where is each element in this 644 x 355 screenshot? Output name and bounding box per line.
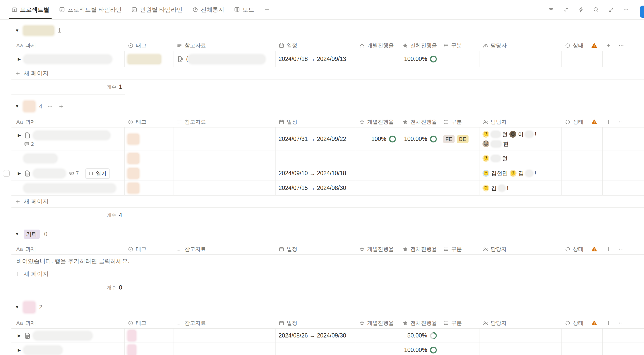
cell-status[interactable]: [562, 181, 588, 195]
cell-assignee[interactable]: 🤔현🐵이!🐱현: [479, 127, 562, 151]
column-header-status[interactable]: 상태: [562, 318, 588, 328]
search-button[interactable]: [593, 6, 599, 13]
cell-overall_progress[interactable]: 100.00%: [399, 127, 440, 151]
cell-status[interactable]: [562, 127, 588, 151]
tab-전체통계[interactable]: 전체통계: [192, 0, 224, 19]
more-button[interactable]: [623, 6, 629, 13]
column-header-tag[interactable]: 태그: [125, 244, 173, 254]
column-header-category[interactable]: 구분: [440, 40, 479, 51]
cell-warning[interactable]: [588, 51, 603, 67]
empty-group-message[interactable]: 비어있습니다. 행을 추가하려면 클릭하세요.: [11, 255, 644, 268]
comment-count[interactable]: 7: [69, 170, 79, 176]
cell-assignee[interactable]: 🤔김!: [479, 181, 562, 195]
column-header-reference[interactable]: 참고자료: [173, 318, 276, 328]
cell-tag[interactable]: [125, 127, 173, 151]
column-header-add[interactable]: [603, 117, 644, 127]
column-header-task[interactable]: Aa과제: [11, 318, 125, 328]
group-collapse-toggle[interactable]: ▼: [15, 232, 19, 237]
column-header-task[interactable]: Aa과제: [11, 244, 125, 254]
cell-schedule[interactable]: 2024/07/18 → 2024/09/13: [276, 51, 356, 67]
count-calc-row[interactable]: 개수4: [11, 208, 125, 223]
column-header-warning[interactable]: [588, 117, 603, 127]
column-header-tag[interactable]: 태그: [125, 117, 173, 127]
row-select-checkbox[interactable]: [3, 170, 10, 177]
cell-overall_progress[interactable]: 100.00%: [399, 343, 440, 355]
cell-warning[interactable]: [588, 166, 603, 181]
add-view-tab[interactable]: [264, 0, 270, 19]
cell-task[interactable]: ▶: [11, 51, 125, 67]
column-header-task[interactable]: Aa과제: [11, 117, 125, 127]
cell-warning[interactable]: [588, 127, 603, 151]
cell-reference[interactable]: [173, 127, 276, 151]
column-header-individual_progress[interactable]: 개별진행율: [356, 40, 399, 51]
column-header-tag[interactable]: 태그: [125, 318, 173, 328]
column-header-schedule[interactable]: 일정: [276, 318, 356, 328]
cell-individual_progress[interactable]: [356, 151, 399, 166]
cell-overall_progress[interactable]: [399, 181, 440, 195]
cell-tag[interactable]: [125, 166, 173, 181]
tab-프로젝트별 타임라인[interactable]: 프로젝트별 타임라인: [59, 0, 122, 19]
tab-보드[interactable]: 보드: [234, 0, 254, 19]
column-header-task[interactable]: Aa과제: [11, 40, 125, 51]
column-header-status[interactable]: 상태: [562, 40, 588, 51]
comment-count[interactable]: 2: [16, 141, 121, 147]
cell-warning[interactable]: [588, 151, 603, 166]
count-calc-row[interactable]: 개수0: [11, 280, 125, 295]
column-header-add[interactable]: [603, 318, 644, 328]
cell-reference[interactable]: [173, 181, 276, 195]
cell-overall_progress[interactable]: [399, 166, 440, 181]
cell-schedule[interactable]: 2024/08/26 → 2024/09/30: [276, 329, 356, 343]
column-header-warning[interactable]: [588, 244, 603, 254]
cell-task[interactable]: ▶: [11, 343, 125, 355]
cell-individual_progress[interactable]: [356, 343, 399, 355]
open-page-button[interactable]: 열기: [85, 168, 110, 179]
row-expand-toggle[interactable]: ▶: [16, 57, 22, 61]
cell-reference[interactable]: [173, 151, 276, 166]
cell-individual_progress[interactable]: [356, 51, 399, 67]
cell-tag[interactable]: [125, 329, 173, 343]
column-header-schedule[interactable]: 일정: [276, 244, 356, 254]
tab-인원별 타임라인[interactable]: 인원별 타임라인: [131, 0, 182, 19]
cell-schedule[interactable]: 2024/09/10 → 2024/10/18: [276, 166, 356, 181]
group-collapse-toggle[interactable]: ▼: [15, 104, 19, 109]
column-header-reference[interactable]: 참고자료: [173, 244, 276, 254]
column-header-overall_progress[interactable]: 전체진행율: [399, 244, 440, 254]
cell-status[interactable]: [562, 343, 588, 355]
column-header-tag[interactable]: 태그: [125, 40, 173, 51]
cell-schedule[interactable]: [276, 151, 356, 166]
column-header-warning[interactable]: [588, 40, 603, 51]
column-header-assignee[interactable]: 담당자: [479, 318, 562, 328]
column-header-assignee[interactable]: 담당자: [479, 40, 562, 51]
group-more-button[interactable]: [47, 103, 53, 110]
column-header-assignee[interactable]: 담당자: [479, 117, 562, 127]
column-header-overall_progress[interactable]: 전체진행율: [399, 40, 440, 51]
row-expand-toggle[interactable]: ▶: [16, 333, 22, 338]
cell-task[interactable]: ▶: [11, 151, 125, 166]
column-header-schedule[interactable]: 일정: [276, 40, 356, 51]
cell-reference[interactable]: [173, 329, 276, 343]
column-header-status[interactable]: 상태: [562, 117, 588, 127]
cell-category[interactable]: [440, 151, 479, 166]
group-add-button[interactable]: [58, 104, 64, 109]
cell-schedule[interactable]: [276, 343, 356, 355]
cell-category[interactable]: [440, 329, 479, 343]
cell-status[interactable]: [562, 329, 588, 343]
cell-overall_progress[interactable]: 100.00%: [399, 51, 440, 67]
cell-warning[interactable]: [588, 181, 603, 195]
row-expand-toggle[interactable]: ▶: [16, 171, 22, 176]
tab-프로젝트별[interactable]: 프로젝트별: [11, 0, 49, 19]
cell-task[interactable]: ▶2: [11, 127, 125, 151]
cell-category[interactable]: FEBE: [440, 127, 479, 151]
new-page-button[interactable]: 새 페이지: [11, 196, 644, 208]
cell-individual_progress[interactable]: [356, 181, 399, 195]
column-header-assignee[interactable]: 담당자: [479, 244, 562, 254]
column-header-individual_progress[interactable]: 개별진행율: [356, 318, 399, 328]
cell-individual_progress[interactable]: [356, 329, 399, 343]
cell-category[interactable]: [440, 166, 479, 181]
cell-reference[interactable]: [173, 343, 276, 355]
column-header-status[interactable]: 상태: [562, 244, 588, 254]
column-header-reference[interactable]: 참고자료: [173, 40, 276, 51]
cell-individual_progress[interactable]: 100%: [356, 127, 399, 151]
cell-assignee[interactable]: 🙂김현민🤔김!: [479, 166, 562, 181]
cell-overall_progress[interactable]: [399, 151, 440, 166]
